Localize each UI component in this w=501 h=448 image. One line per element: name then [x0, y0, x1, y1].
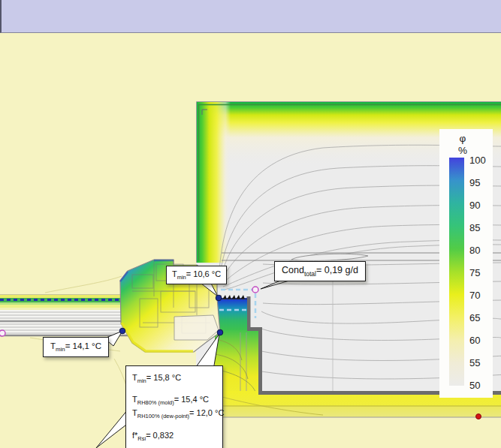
label-base: T: [50, 341, 56, 350]
legend-tick: 60: [469, 335, 490, 346]
glazing-unit: [0, 295, 129, 336]
label-base: T: [172, 269, 177, 278]
humidity-legend[interactable]: φ % 100 95 90 85 80 75 70 65 60 55 50: [439, 129, 493, 398]
label-sub: min: [177, 274, 186, 281]
simulation-view: φ % 100 95 90 85 80 75 70 65 60 55 50 Tm…: [0, 0, 501, 448]
red-reference-marker: [476, 414, 481, 419]
legend-tick: 80: [469, 245, 490, 256]
cold-joint-block: [218, 295, 247, 330]
callout-cond-total[interactable]: Condtotal= 0,19 g/d: [274, 261, 366, 281]
legend-tick: 100: [469, 155, 490, 166]
label-value: = 14,1 °C: [65, 341, 101, 350]
legend-colorbar: [449, 158, 464, 386]
legend-tick-labels: 100 95 90 85 80 75 70 65 60 55 50: [469, 155, 490, 391]
analysis-dewpoint: TRH100% (dew-point)= 12,0 °C: [132, 408, 216, 419]
legend-tick: 50: [469, 380, 490, 391]
analysis-tmin: Tmin= 15,8 °C: [132, 373, 216, 384]
frame-warm-core: [174, 315, 219, 340]
legend-tick: 90: [469, 200, 490, 211]
callout-analysis-box[interactable]: Tmin= 15,8 °C TRH80% (mold)= 15,4 °C TRH…: [125, 365, 223, 448]
legend-tick: 55: [469, 357, 490, 368]
callout-tmin-frame[interactable]: Tmin= 10,6 °C: [166, 266, 227, 284]
tmin-wall-marker: [217, 329, 223, 335]
label-value: = 0,19 g/d: [316, 265, 358, 275]
analysis-frsi: f*Rsi= 0,832: [132, 431, 216, 442]
legend-title: φ %: [439, 133, 486, 157]
label-sub: total: [304, 270, 316, 278]
glazing-edge-marker: [0, 330, 5, 336]
legend-symbol: φ: [439, 133, 486, 145]
analysis-mold: TRH80% (mold)= 15,4 °C: [132, 395, 216, 406]
legend-tick: 95: [469, 177, 490, 188]
label-sub: min: [56, 346, 65, 353]
tmin-frame-marker: [216, 295, 222, 301]
condensation-point-marker: [252, 287, 258, 293]
legend-tick: 75: [469, 267, 490, 278]
label-value: = 10,6 °C: [186, 269, 221, 278]
top-bar: [0, 0, 501, 33]
label-base: Cond: [282, 265, 304, 275]
legend-tick: 65: [469, 312, 490, 323]
callout-tmin-glazing[interactable]: Tmin= 14,1 °C: [43, 337, 109, 357]
legend-tick: 85: [469, 222, 490, 233]
thermal-field-canvas: [0, 0, 501, 448]
tmin-glazing-marker: [119, 328, 125, 334]
legend-tick: 70: [469, 290, 490, 301]
